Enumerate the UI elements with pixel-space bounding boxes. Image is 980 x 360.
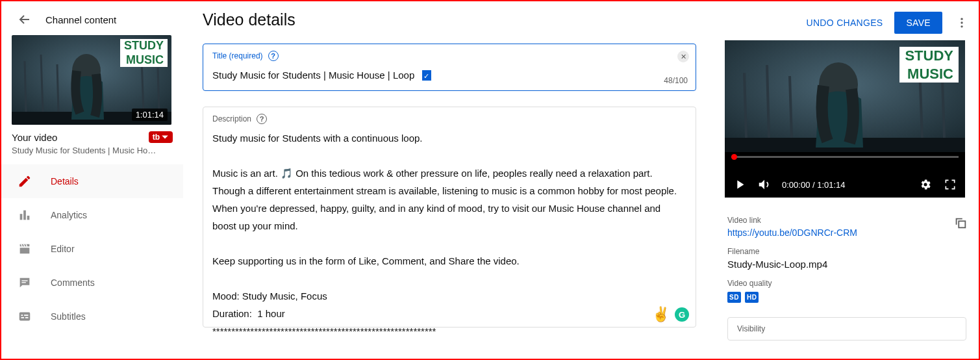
svg-rect-11: [19, 313, 31, 321]
svg-rect-12: [21, 317, 25, 318]
sidebar-item-details[interactable]: Details: [1, 164, 183, 198]
comment-icon: [17, 275, 32, 290]
title-input[interactable]: Study Music for Students | Music House |…: [212, 61, 686, 85]
fullscreen-icon[interactable]: [943, 177, 957, 192]
title-field[interactable]: Title (required) ? Study Music for Stude…: [203, 44, 696, 91]
svg-rect-8: [27, 216, 30, 220]
play-icon[interactable]: [733, 177, 747, 192]
char-counter: 48/100: [664, 76, 688, 85]
preview-panel: STUDYMUSIC 0:00:00 / 1:01:14 Video link …: [716, 1, 975, 359]
video-link-label: Video link: [727, 216, 857, 225]
video-link[interactable]: https://youtu.be/0DGNRCr-CRM: [727, 227, 857, 238]
tubebuddy-button[interactable]: tb: [149, 131, 173, 143]
pencil-icon: [17, 174, 32, 189]
breadcrumb: Channel content: [45, 14, 116, 25]
settings-gear-icon[interactable]: [918, 177, 933, 192]
duration-badge: 1:01:14: [132, 109, 168, 121]
sidebar-item-label: Editor: [51, 244, 75, 254]
playback-time: 0:00:00 / 1:01:14: [782, 180, 846, 190]
preview-text-overlay: STUDYMUSIC: [899, 47, 959, 83]
progress-bar[interactable]: [725, 152, 965, 172]
back-arrow-icon[interactable]: [17, 12, 32, 27]
main-content: Video details Title (required) ? Study M…: [183, 1, 716, 359]
sidebar-item-subtitles[interactable]: Subtitles: [1, 300, 183, 333]
svg-rect-9: [21, 280, 27, 281]
visibility-field[interactable]: Visibility: [727, 317, 966, 341]
description-input[interactable]: Study music for Students with a continuo…: [212, 124, 686, 341]
svg-rect-13: [25, 317, 29, 318]
sidebar-item-analytics[interactable]: Analytics: [1, 198, 183, 232]
description-field[interactable]: Description ? Study music for Students w…: [203, 107, 696, 328]
svg-point-2: [961, 25, 962, 27]
help-icon[interactable]: ?: [257, 114, 267, 124]
sidebar-item-label: Details: [51, 176, 79, 186]
quality-sd-badge: SD: [727, 292, 741, 303]
clapper-icon: [17, 241, 32, 257]
page-title: Video details: [203, 10, 295, 29]
video-preview: STUDYMUSIC 0:00:00 / 1:01:14: [725, 40, 965, 198]
preview-thumbnail[interactable]: STUDYMUSIC: [725, 40, 965, 152]
copy-icon[interactable]: [953, 216, 966, 229]
svg-rect-7: [23, 211, 26, 220]
video-thumbnail[interactable]: STUDYMUSIC 1:01:14: [12, 35, 171, 125]
filename-label: Filename: [727, 247, 966, 256]
svg-rect-15: [24, 315, 28, 316]
title-label: Title (required): [212, 51, 263, 60]
description-label: Description: [212, 114, 251, 123]
sidebar-item-label: Subtitles: [51, 311, 86, 322]
text-cursor-icon: [422, 70, 431, 81]
bars-icon: [17, 207, 32, 223]
thumbnail-text-overlay: STUDYMUSIC: [120, 39, 168, 67]
svg-rect-10: [21, 282, 25, 283]
grammarly-icon[interactable]: G: [675, 307, 689, 322]
subtitles-icon: [17, 309, 32, 324]
svg-point-1: [961, 21, 962, 23]
sidebar-item-label: Comments: [51, 277, 95, 288]
svg-rect-14: [21, 315, 23, 316]
sidebar: Channel content STUDYMUSIC 1:01:14 Your …: [1, 1, 183, 359]
victory-hand-icon[interactable]: ✌️: [652, 306, 670, 323]
svg-point-0: [961, 18, 962, 20]
filename-value: Study-Music-Loop.mp4: [727, 259, 966, 270]
video-title-truncated: Study Music for Students | Music Ho…: [12, 146, 173, 155]
quality-hd-badge: HD: [745, 292, 759, 303]
svg-rect-19: [959, 221, 965, 227]
your-video-label: Your video: [12, 132, 57, 143]
sidebar-item-label: Analytics: [51, 210, 87, 220]
sidebar-item-comments[interactable]: Comments: [1, 266, 183, 300]
undo-changes-button[interactable]: UNDO CHANGES: [807, 18, 883, 28]
clear-icon[interactable]: ✕: [677, 51, 689, 62]
more-options-button[interactable]: [954, 15, 970, 31]
volume-icon[interactable]: [757, 177, 772, 192]
quality-label: Video quality: [727, 279, 966, 288]
sidebar-item-editor[interactable]: Editor: [1, 232, 183, 266]
help-icon[interactable]: ?: [268, 51, 279, 61]
svg-rect-6: [20, 214, 23, 220]
save-button[interactable]: SAVE: [894, 12, 942, 34]
